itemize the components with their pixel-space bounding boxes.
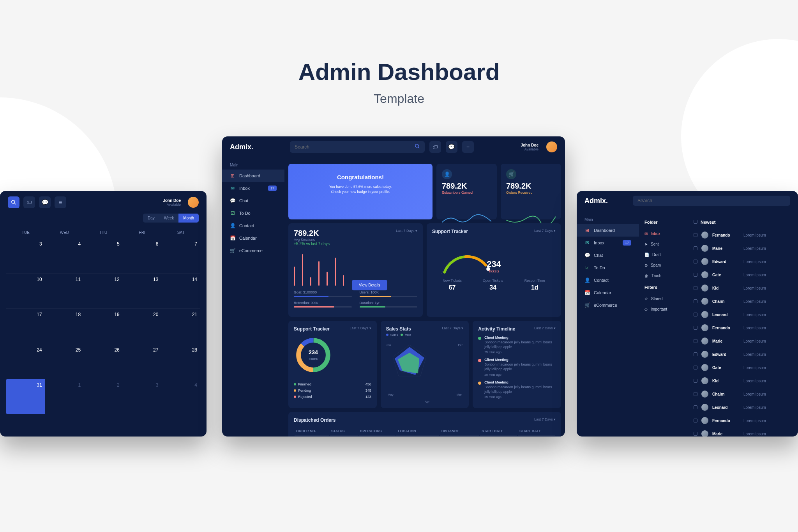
message-row[interactable]: GateLorem ipsum [686, 268, 798, 281]
brand-logo[interactable]: Admix. [584, 197, 608, 205]
sidebar-item-calendar[interactable]: 📅Calendar [222, 232, 284, 244]
brand-logo[interactable]: Admix. [230, 143, 253, 151]
tag-icon[interactable]: 🏷 [429, 141, 441, 153]
calendar-cell[interactable]: 28 [161, 344, 200, 379]
sidebar-item-to-do[interactable]: ☑To Do [577, 262, 639, 274]
checkbox[interactable] [694, 246, 697, 250]
period-dropdown[interactable]: Last 7 Days ▾ [534, 229, 556, 234]
checkbox[interactable] [694, 352, 697, 356]
sidebar-item-contact[interactable]: 👤Contact [222, 219, 284, 232]
sidebar-item-to-do[interactable]: ☑To Do [222, 207, 284, 219]
period-dropdown[interactable]: Last 7 Days ▾ [442, 326, 463, 332]
checkbox[interactable] [694, 339, 697, 343]
calendar-cell[interactable]: 14 [161, 273, 200, 309]
checkbox[interactable] [694, 419, 697, 422]
view-week[interactable]: Week [159, 214, 178, 223]
checkbox[interactable] [694, 366, 697, 369]
message-row[interactable]: EdwardLorem ipsum [686, 255, 798, 268]
calendar-cell[interactable]: 24 [6, 344, 45, 379]
calendar-cell[interactable]: 5 [84, 238, 123, 273]
chat-icon[interactable]: 💬 [446, 141, 457, 153]
calendar-cell[interactable]: 13 [123, 273, 162, 309]
avatar[interactable] [188, 197, 199, 208]
calendar-cell[interactable]: 27 [123, 344, 162, 379]
calendar-cell[interactable]: 7 [161, 238, 200, 273]
sidebar-item-contact[interactable]: 👤Contact [577, 274, 639, 286]
menu-icon[interactable]: ≡ [55, 196, 66, 208]
search-icon[interactable] [8, 196, 19, 208]
message-row[interactable]: GateLorem ipsum [686, 361, 798, 374]
search-input[interactable] [295, 144, 415, 150]
tag-icon[interactable]: 🏷 [23, 196, 35, 208]
message-row[interactable]: MarieLorem ipsum [686, 242, 798, 255]
sidebar-item-chat[interactable]: 💬Chat [577, 249, 639, 262]
message-row[interactable]: EdwardLorem ipsum [686, 348, 798, 361]
calendar-cell[interactable]: 19 [84, 308, 123, 344]
calendar-cell[interactable]: 4 [45, 238, 84, 273]
calendar-cell[interactable]: 6 [123, 238, 162, 273]
search-icon[interactable] [415, 143, 420, 150]
view-details-button[interactable]: View Details [352, 280, 387, 290]
calendar-cell[interactable]: 1 [45, 379, 84, 414]
user-box[interactable]: John Doe Available [521, 143, 538, 151]
calendar-cell[interactable]: 11 [45, 273, 84, 309]
sidebar-item-dashboard[interactable]: ⊞Dashboard [577, 224, 639, 237]
message-row[interactable]: MarieLorem ipsum [686, 334, 798, 348]
calendar-cell[interactable]: 20 [123, 308, 162, 344]
period-dropdown[interactable]: Last 7 Days ▾ [534, 326, 556, 332]
checkbox[interactable] [694, 326, 697, 330]
filter-important[interactable]: ◇Important [639, 304, 686, 315]
folder-trash[interactable]: 🗑Trash [639, 270, 686, 281]
sidebar-item-inbox[interactable]: ✉Inbox17 [577, 237, 639, 249]
calendar-cell[interactable]: 25 [45, 344, 84, 379]
calendar-cell[interactable]: 3 [123, 379, 162, 414]
sidebar-item-calendar[interactable]: 📅Calendar [577, 286, 639, 299]
view-day[interactable]: Day [143, 214, 159, 223]
folder-draft[interactable]: 📄Draft [639, 249, 686, 260]
calendar-cell[interactable]: 3 [6, 238, 45, 273]
checkbox[interactable] [694, 405, 697, 409]
message-row[interactable]: ChairnLorem ipsum [686, 387, 798, 401]
calendar-cell[interactable]: 12 [84, 273, 123, 309]
period-dropdown[interactable]: Last 7 Days ▾ [350, 326, 371, 332]
calendar-cell[interactable]: 31 [6, 379, 45, 414]
checkbox[interactable] [694, 392, 697, 396]
sidebar-item-inbox[interactable]: ✉Inbox17 [222, 182, 284, 194]
message-row[interactable]: LeonardLorem ipsum [686, 401, 798, 414]
message-row[interactable]: MarieLorem ipsum [686, 427, 798, 437]
sidebar-item-dashboard[interactable]: ⊞Dashboard [222, 170, 284, 182]
message-row[interactable]: KidLorem ipsum [686, 374, 798, 387]
menu-icon[interactable]: ≡ [462, 141, 474, 153]
period-dropdown[interactable]: Last 7 Days ▾ [396, 229, 417, 233]
checkbox[interactable] [694, 233, 697, 237]
checkbox[interactable] [694, 432, 697, 436]
folder-sent[interactable]: ➤Sent [639, 239, 686, 249]
sidebar-item-ecommerce[interactable]: 🛒eCommerce [577, 299, 639, 311]
message-row[interactable]: KidLorem ipsum [686, 281, 798, 295]
calendar-cell[interactable]: 4 [161, 379, 200, 414]
checkbox[interactable] [694, 313, 697, 316]
checkbox[interactable] [694, 379, 697, 383]
period-dropdown[interactable]: Last 7 Days ▾ [534, 417, 556, 423]
calendar-cell[interactable]: 18 [45, 308, 84, 344]
checkbox[interactable] [694, 273, 697, 277]
avatar[interactable] [546, 141, 557, 152]
calendar-cell[interactable]: 2 [84, 379, 123, 414]
view-month[interactable]: Month [178, 214, 199, 223]
filter-stared[interactable]: ☆Stared [639, 293, 686, 304]
calendar-cell[interactable]: 21 [161, 308, 200, 344]
calendar-cell[interactable]: 26 [84, 344, 123, 379]
message-row[interactable]: FernandoLorem ipsum [686, 321, 798, 334]
checkbox[interactable] [694, 299, 697, 303]
folder-inbox[interactable]: ✉Inbox [639, 228, 686, 239]
message-row[interactable]: FernandoLorem ipsum [686, 414, 798, 427]
sidebar-item-chat[interactable]: 💬Chat [222, 194, 284, 207]
user-box[interactable]: John Doe Available [163, 198, 181, 207]
sidebar-item-ecommerce[interactable]: 🛒eCommerce [222, 244, 284, 257]
message-row[interactable]: ChairnLorem ipsum [686, 295, 798, 308]
chat-icon[interactable]: 💬 [39, 196, 51, 208]
message-row[interactable]: LeonardLorem ipsum [686, 308, 798, 321]
message-row[interactable]: FernandoLorem ipsum [686, 228, 798, 242]
search-input[interactable] [637, 198, 786, 203]
folder-spam[interactable]: ⊘Spam [639, 260, 686, 270]
